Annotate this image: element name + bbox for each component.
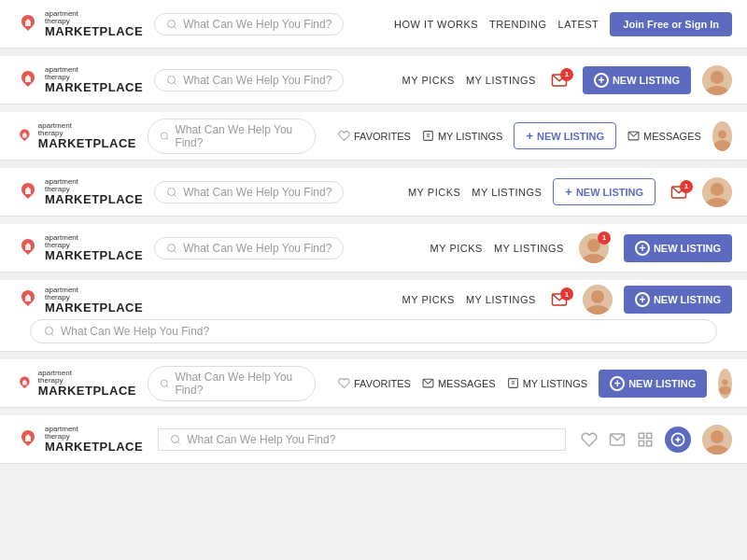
logo-5[interactable]: apartment therapy MARKETPLACE xyxy=(15,234,143,261)
logo-8[interactable]: apartment therapy MARKETPLACE xyxy=(15,426,143,453)
nav3-my-listings[interactable]: MY LISTINGS xyxy=(422,130,502,142)
nav3-messages-label: MESSAGES xyxy=(643,131,701,142)
new-listing-btn-6[interactable]: + NEW LISTING xyxy=(624,286,732,314)
svg-rect-41 xyxy=(647,433,652,438)
svg-line-28 xyxy=(51,333,53,335)
nav6-my-listings[interactable]: MY LISTINGS xyxy=(466,294,536,305)
svg-point-35 xyxy=(722,379,727,385)
nav5-my-listings[interactable]: MY LISTINGS xyxy=(494,243,564,254)
svg-point-23 xyxy=(581,254,607,263)
nav7-messages[interactable]: MESSAGES xyxy=(422,377,496,389)
heart-icon-btn-8[interactable] xyxy=(581,431,598,448)
join-button[interactable]: Join Free or Sign In xyxy=(610,12,732,36)
nav-latest[interactable]: LATEST xyxy=(558,19,599,30)
new-listing-btn-3[interactable]: + NEW LISTING xyxy=(514,122,616,149)
avatar-badge-5: 1 xyxy=(598,231,611,245)
new-listing-btn-7[interactable]: + NEW LISTING xyxy=(599,370,707,398)
plus-icon-5: + xyxy=(635,241,650,256)
nav3-messages[interactable]: MESSAGES xyxy=(627,130,701,142)
nav4-my-listings[interactable]: MY LISTINGS xyxy=(472,187,542,198)
grid-icon-btn-8[interactable] xyxy=(637,431,654,448)
divider-1 xyxy=(0,49,747,56)
avatar-7[interactable] xyxy=(718,369,732,399)
logo-3[interactable]: apartment therapy MARKETPLACE xyxy=(15,122,136,149)
search-bar-7[interactable]: What Can We Help You Find? xyxy=(148,366,316,401)
svg-point-36 xyxy=(719,385,731,394)
search-placeholder-1: What Can We Help You Find? xyxy=(183,18,331,31)
divider-7 xyxy=(0,408,747,415)
new-listing-btn-5[interactable]: + NEW LISTING xyxy=(624,234,732,262)
nav3-favorites[interactable]: FAVORITES xyxy=(338,130,411,142)
divider-2 xyxy=(0,105,747,112)
avatar-3[interactable] xyxy=(712,121,732,151)
search-bar-2[interactable]: What Can We Help You Find? xyxy=(154,69,344,91)
divider-8 xyxy=(0,464,747,471)
logo-2[interactable]: apartment therapy MARKETPLACE xyxy=(15,66,143,93)
svg-point-13 xyxy=(718,130,726,138)
navbar-row-8: apartment therapy MARKETPLACE What Can W… xyxy=(0,415,747,464)
search-bar-1[interactable]: What Can We Help You Find? xyxy=(154,13,344,35)
nav3-my-listings-label: MY LISTINGS xyxy=(438,131,502,142)
messages-icon-btn-6[interactable]: 1 xyxy=(551,291,568,308)
divider-6 xyxy=(0,352,747,359)
nav2-my-picks[interactable]: MY PICKS xyxy=(402,75,455,86)
logo-marketplace: MARKETPLACE xyxy=(45,25,143,37)
message-badge-6: 1 xyxy=(560,287,573,301)
svg-line-3 xyxy=(174,82,176,84)
search-bar-5[interactable]: What Can We Help You Find? xyxy=(154,237,344,259)
divider-5 xyxy=(0,273,747,280)
svg-point-27 xyxy=(46,328,53,335)
search-bar-3[interactable]: What Can We Help You Find? xyxy=(148,119,316,154)
nav7-my-listings[interactable]: MY LISTINGS xyxy=(507,377,587,389)
navbar-row-4: apartment therapy MARKETPLACE What Can W… xyxy=(0,168,747,217)
svg-line-1 xyxy=(174,26,176,28)
plus-icon-2: + xyxy=(594,73,609,88)
search-bar-6[interactable]: What Can We Help You Find? xyxy=(30,319,717,343)
navbar-row-3: apartment therapy MARKETPLACE What Can W… xyxy=(0,112,747,161)
avatar-6[interactable] xyxy=(583,285,613,315)
svg-point-7 xyxy=(161,133,167,139)
messages-icon-btn-4[interactable]: 1 xyxy=(670,184,687,201)
search-bar-4[interactable]: What Can We Help You Find? xyxy=(154,181,344,203)
svg-rect-43 xyxy=(647,441,652,445)
new-listing-btn-4[interactable]: + NEW LISTING xyxy=(553,178,655,205)
avatar-with-badge-5[interactable]: 1 xyxy=(579,233,609,263)
svg-point-48 xyxy=(704,445,730,455)
svg-point-26 xyxy=(585,305,611,315)
nav4-my-picks[interactable]: MY PICKS xyxy=(408,187,460,198)
logo-6[interactable]: apartment therapy MARKETPLACE xyxy=(15,287,143,314)
plus-icon-3: + xyxy=(526,129,533,143)
nav7-favorites[interactable]: FAVORITES xyxy=(338,377,411,389)
svg-point-47 xyxy=(711,430,724,443)
svg-point-37 xyxy=(172,435,179,442)
mail-icon-btn-8[interactable] xyxy=(609,431,626,448)
avatar-2[interactable] xyxy=(702,65,732,95)
messages-icon-btn-2[interactable]: 1 xyxy=(551,72,568,89)
nav-trending[interactable]: TRENDING xyxy=(489,19,546,30)
nav2-my-listings[interactable]: MY LISTINGS xyxy=(466,75,536,86)
navbar-row-7: apartment therapy MARKETPLACE What Can W… xyxy=(0,359,747,408)
logo-7[interactable]: apartment therapy MARKETPLACE xyxy=(15,370,136,397)
nav5-my-picks[interactable]: MY PICKS xyxy=(430,243,483,254)
svg-line-8 xyxy=(166,138,168,140)
new-listing-btn-2[interactable]: + NEW LISTING xyxy=(583,66,691,94)
avatar-4[interactable] xyxy=(702,177,732,207)
navbar-row-2: apartment therapy MARKETPLACE What Can W… xyxy=(0,56,747,105)
svg-point-19 xyxy=(704,198,730,207)
svg-point-0 xyxy=(168,20,176,27)
svg-point-25 xyxy=(591,290,604,303)
logo-4[interactable]: apartment therapy MARKETPLACE xyxy=(15,178,143,205)
nav6-my-picks[interactable]: MY PICKS xyxy=(402,294,455,305)
search-placeholder-5: What Can We Help You Find? xyxy=(183,242,331,255)
search-placeholder-6: What Can We Help You Find? xyxy=(61,325,209,338)
new-listing-icon-btn-8[interactable] xyxy=(665,427,691,453)
avatar-8[interactable] xyxy=(702,425,732,455)
svg-point-29 xyxy=(161,380,167,386)
svg-rect-42 xyxy=(639,441,643,445)
message-badge-2: 1 xyxy=(560,68,573,81)
svg-point-18 xyxy=(711,183,724,196)
search-placeholder-8: What Can We Help You Find? xyxy=(187,433,335,446)
search-bar-8[interactable]: What Can We Help You Find? xyxy=(158,428,566,451)
logo[interactable]: apartment therapy MARKETPLACE xyxy=(15,10,143,37)
nav-how-it-works[interactable]: HOW IT WORKS xyxy=(394,19,478,30)
